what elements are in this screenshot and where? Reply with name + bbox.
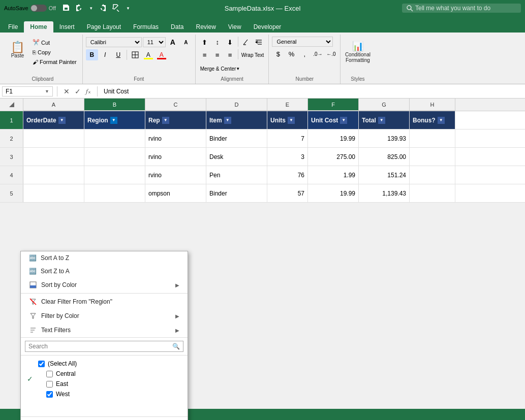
- filter-btn-g1[interactable]: ▼: [378, 117, 385, 124]
- cell-a2[interactable]: [23, 130, 84, 147]
- cell-a4[interactable]: [23, 166, 84, 184]
- cell-g4[interactable]: 151.24: [359, 166, 410, 184]
- copy-button[interactable]: ⎘ Copy: [30, 48, 79, 57]
- cell-h1[interactable]: Bonus? ▼: [410, 111, 455, 129]
- paste-button[interactable]: 📋 Paste: [6, 37, 29, 63]
- tab-data[interactable]: Data: [165, 21, 190, 33]
- paint-format-button[interactable]: [110, 3, 122, 14]
- cell-e4[interactable]: 76: [267, 166, 308, 184]
- filter-color-item[interactable]: Filter by Color ▶: [21, 309, 188, 323]
- tab-home[interactable]: Home: [24, 21, 53, 33]
- cell-d5[interactable]: Binder: [206, 184, 267, 202]
- cancel-formula-btn[interactable]: ✕: [61, 87, 72, 95]
- tab-page-layout[interactable]: Page Layout: [81, 21, 127, 33]
- cell-b2[interactable]: [84, 130, 145, 147]
- cell-d4[interactable]: Pen: [206, 166, 267, 184]
- percent-btn[interactable]: %: [285, 48, 297, 59]
- filter-btn-c1[interactable]: ▼: [162, 117, 169, 124]
- cell-e5[interactable]: 57: [267, 184, 308, 202]
- filter-search-input[interactable]: [25, 341, 169, 351]
- cell-g5[interactable]: 1,139.43: [359, 184, 410, 202]
- cell-c1[interactable]: Rep ▼: [145, 111, 206, 129]
- filter-btn-a1[interactable]: ▼: [58, 117, 66, 124]
- cell-c3[interactable]: rvino: [145, 148, 206, 166]
- align-bottom-btn[interactable]: ⬇: [224, 37, 236, 48]
- italic-button[interactable]: I: [99, 49, 111, 60]
- col-header-b[interactable]: B: [84, 99, 145, 111]
- sort-az-item[interactable]: 🔤 Sort A to Z: [21, 251, 188, 265]
- tab-view[interactable]: View: [222, 21, 248, 33]
- checkbox-west[interactable]: [46, 391, 53, 398]
- align-left-btn[interactable]: ≡: [199, 49, 211, 60]
- cell-c4[interactable]: rvino: [145, 166, 206, 184]
- col-header-a[interactable]: A: [23, 99, 84, 111]
- cell-d1[interactable]: Item ▼: [206, 111, 267, 129]
- cell-a1[interactable]: OrderDate ▼: [23, 111, 84, 129]
- filter-btn-f1[interactable]: ▼: [340, 117, 347, 124]
- font-size-select[interactable]: 11: [143, 37, 166, 47]
- filter-btn-d1[interactable]: ▼: [224, 117, 231, 124]
- fill-color-button[interactable]: A: [142, 49, 155, 60]
- cell-b3[interactable]: [84, 148, 145, 166]
- merge-center-btn[interactable]: Merge & Center ▼: [199, 63, 242, 74]
- align-center-btn[interactable]: ≡: [211, 49, 224, 60]
- undo-dropdown[interactable]: ▼: [88, 6, 94, 11]
- confirm-formula-btn[interactable]: ✓: [73, 87, 83, 95]
- cell-b5[interactable]: [84, 184, 145, 202]
- font-color-button[interactable]: A: [156, 49, 168, 60]
- col-header-h[interactable]: H: [410, 99, 455, 111]
- cell-d2[interactable]: Binder: [206, 130, 267, 147]
- checkbox-central[interactable]: [46, 371, 53, 377]
- bold-button[interactable]: B: [86, 49, 98, 60]
- cell-a5[interactable]: [23, 184, 84, 202]
- customize-qa-button[interactable]: ▼: [124, 5, 132, 12]
- increase-font-btn[interactable]: A: [167, 37, 179, 48]
- col-header-d[interactable]: D: [206, 99, 267, 111]
- format-painter-button[interactable]: 🖌 Format Painter: [30, 57, 79, 67]
- autosave-toggle[interactable]: [30, 5, 47, 12]
- comma-btn[interactable]: ,: [298, 48, 311, 59]
- tab-insert[interactable]: Insert: [53, 21, 81, 33]
- filter-btn-h1[interactable]: ▼: [438, 117, 445, 124]
- decrease-font-btn[interactable]: A: [180, 37, 192, 48]
- cell-f1[interactable]: Unit Cost ▼: [308, 111, 359, 129]
- orientation-btn[interactable]: [240, 37, 252, 48]
- wrap-text-btn[interactable]: Wrap Text: [240, 49, 266, 60]
- checkbox-east[interactable]: [46, 381, 53, 387]
- underline-button[interactable]: U: [112, 49, 125, 60]
- cell-f2[interactable]: 19.99: [308, 130, 359, 147]
- col-header-g[interactable]: G: [359, 99, 410, 111]
- central-label[interactable]: Central: [56, 370, 76, 377]
- cell-f4[interactable]: 1.99: [308, 166, 359, 184]
- formula-input[interactable]: [102, 88, 523, 95]
- cell-g3[interactable]: 825.00: [359, 148, 410, 166]
- cell-h3[interactable]: [410, 148, 455, 166]
- conditional-formatting-btn[interactable]: 📊 ConditionalFormatting: [344, 37, 372, 67]
- align-middle-btn[interactable]: ↕: [211, 37, 224, 48]
- cell-f5[interactable]: 19.99: [308, 184, 359, 202]
- cell-e2[interactable]: 7: [267, 130, 308, 147]
- west-label[interactable]: West: [56, 391, 70, 398]
- sort-za-item[interactable]: 🔤 Sort Z to A: [21, 265, 188, 278]
- search-area[interactable]: [402, 4, 521, 13]
- cell-reference[interactable]: F1 ▼: [2, 86, 53, 96]
- cut-button[interactable]: ✂️ Cut: [30, 38, 79, 47]
- cell-b4[interactable]: [84, 166, 145, 184]
- cell-h2[interactable]: [410, 130, 455, 147]
- search-input[interactable]: [415, 5, 517, 12]
- cell-c2[interactable]: rvino: [145, 130, 206, 147]
- cell-h4[interactable]: [410, 166, 455, 184]
- borders-button[interactable]: [129, 49, 141, 60]
- decrease-decimal-btn[interactable]: ←.0: [325, 48, 337, 59]
- cell-g1[interactable]: Total ▼: [359, 111, 410, 129]
- tab-formulas[interactable]: Formulas: [127, 21, 165, 33]
- currency-btn[interactable]: $: [272, 48, 284, 59]
- undo-button[interactable]: [74, 3, 86, 14]
- filter-btn-b1[interactable]: ▼: [110, 117, 117, 124]
- tab-review[interactable]: Review: [190, 21, 222, 33]
- clear-filter-item[interactable]: Clear Filter From "Region": [21, 295, 188, 309]
- cell-a3[interactable]: [23, 148, 84, 166]
- cell-d3[interactable]: Desk: [206, 148, 267, 166]
- align-top-btn[interactable]: ⬆: [199, 37, 211, 48]
- font-family-select[interactable]: Calibri: [86, 37, 142, 47]
